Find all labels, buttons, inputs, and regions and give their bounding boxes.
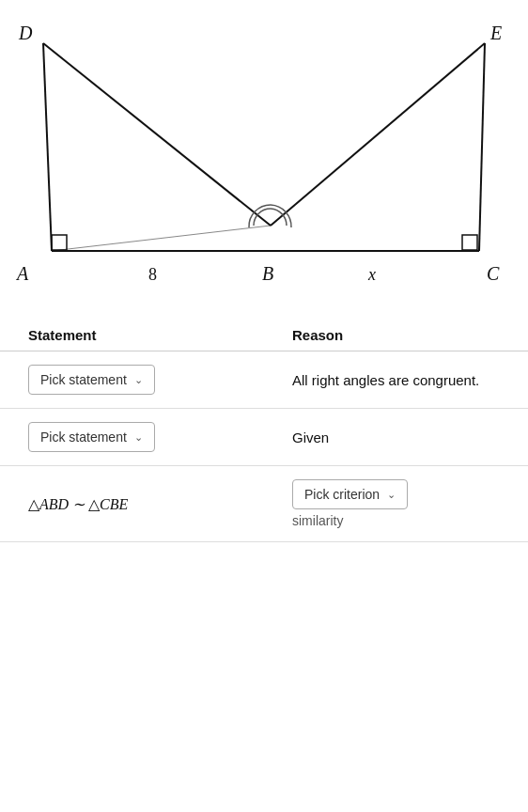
svg-line-6 [479, 43, 485, 251]
svg-line-4 [43, 43, 271, 226]
col-header-statement: Statement [0, 320, 264, 351]
chevron-down-icon: ⌄ [134, 374, 143, 386]
label-C: C [487, 263, 500, 284]
pick-criterion-btn[interactable]: Pick criterion ⌄ [292, 479, 408, 509]
svg-rect-1 [462, 235, 477, 250]
row1-statement: Pick statement ⌄ [0, 351, 264, 409]
row1-reason: All right angles are congruent. [264, 351, 528, 409]
chevron-down-icon: ⌄ [387, 489, 396, 501]
label-B: B [262, 263, 273, 284]
similarity-note: similarity [292, 513, 509, 528]
label-8: 8 [148, 265, 157, 284]
similarity-statement: △ABD ∼ △CBE [28, 496, 128, 512]
svg-line-3 [43, 43, 52, 251]
table-row: Pick statement ⌄ All right angles are co… [0, 351, 528, 409]
svg-line-7 [271, 43, 485, 226]
row3-reason: Pick criterion ⌄ similarity [264, 466, 528, 542]
pick-statement-btn-1[interactable]: Pick statement ⌄ [28, 365, 155, 395]
row3-statement: △ABD ∼ △CBE [0, 466, 264, 542]
pick-statement-btn-2[interactable]: Pick statement ⌄ [28, 422, 155, 452]
col-header-reason: Reason [264, 320, 528, 351]
label-A: A [15, 263, 29, 284]
row2-reason: Given [264, 409, 528, 466]
label-D: D [18, 23, 33, 43]
geometry-diagram: D E A B C 8 x [0, 0, 528, 310]
label-E: E [489, 23, 502, 43]
row2-statement: Pick statement ⌄ [0, 409, 264, 466]
label-x: x [367, 265, 376, 284]
table-row: △ABD ∼ △CBE Pick criterion ⌄ similarity [0, 466, 528, 542]
svg-line-5 [52, 226, 271, 251]
chevron-down-icon: ⌄ [134, 431, 143, 444]
proof-table: Statement Reason Pick statement ⌄ All ri… [0, 320, 528, 542]
svg-rect-0 [52, 235, 67, 250]
table-row: Pick statement ⌄ Given [0, 409, 528, 466]
